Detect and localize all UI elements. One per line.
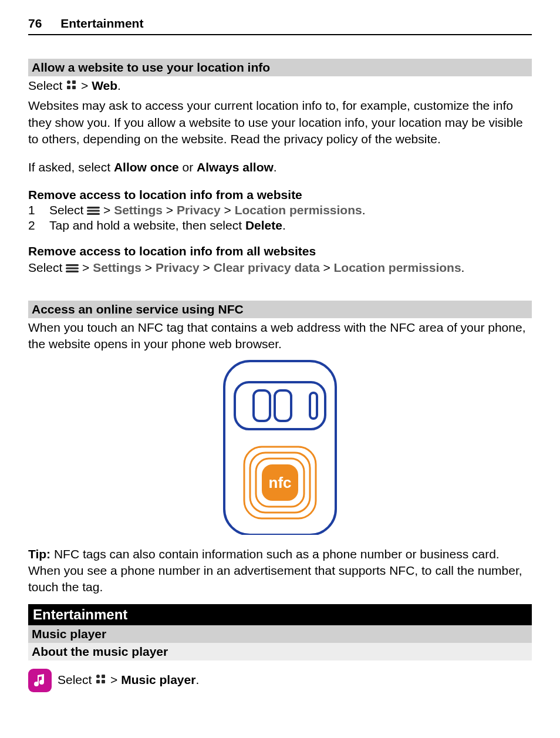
step-text: Tap and hold a website, then select Dele…: [49, 218, 286, 232]
privacy-label: Privacy: [156, 261, 200, 274]
select-web-line: Select > Web.: [28, 77, 532, 95]
text: >: [103, 203, 114, 217]
menu-icon: [87, 204, 100, 218]
section-heading-location: Allow a website to use your location inf…: [28, 59, 532, 76]
paragraph: If asked, select Allow once or Always al…: [28, 159, 532, 176]
text: >: [166, 203, 177, 217]
svg-rect-2: [67, 86, 70, 89]
paragraph: Websites may ask to access your current …: [28, 97, 532, 147]
tip-paragraph: Tip: NFC tags can also contain informati…: [28, 546, 532, 596]
svg-rect-21: [96, 680, 100, 683]
text: .: [362, 203, 366, 217]
list-item: 1 Select > Settings > Privacy > Location…: [28, 203, 532, 218]
always-allow-label: Always allow: [197, 160, 274, 174]
text: or: [179, 160, 197, 174]
text: >: [82, 261, 93, 274]
svg-rect-22: [102, 680, 105, 683]
nfc-badge-text: nfc: [269, 474, 292, 491]
text: .: [274, 160, 277, 174]
svg-rect-13: [275, 390, 291, 421]
select-line: Select > Settings > Privacy > Clear priv…: [28, 260, 532, 277]
menu-icon: [66, 261, 79, 277]
subheading-remove-all: Remove access to location info from all …: [28, 244, 532, 258]
text: NFC tags can also contain information su…: [28, 547, 522, 594]
privacy-label: Privacy: [177, 203, 221, 217]
steps-list: 1 Select > Settings > Privacy > Location…: [28, 203, 532, 232]
location-permissions-label: Location permissions: [334, 261, 461, 274]
step-text: Select > Settings > Privacy > Location p…: [49, 203, 366, 218]
svg-rect-4: [87, 207, 100, 208]
text: Select: [28, 261, 66, 274]
svg-rect-9: [66, 271, 79, 272]
svg-point-19: [96, 675, 100, 678]
svg-rect-7: [66, 264, 79, 266]
apps-icon: [66, 79, 77, 95]
text: .: [461, 261, 465, 274]
paragraph: When you touch an NFC tag that contains …: [28, 319, 532, 353]
location-permissions-label: Location permissions: [235, 203, 362, 217]
page-header: 76 Entertainment: [28, 16, 532, 35]
svg-rect-20: [102, 675, 105, 678]
subheading-remove-one: Remove access to location info from a we…: [28, 188, 532, 202]
svg-point-0: [67, 80, 70, 84]
text: .: [195, 673, 199, 686]
allow-once-label: Allow once: [114, 160, 179, 174]
apps-icon: [95, 673, 107, 688]
svg-rect-14: [310, 393, 317, 419]
text: >: [81, 79, 92, 92]
chapter-heading-entertainment: Entertainment: [28, 604, 532, 625]
text: >: [224, 203, 235, 217]
svg-rect-1: [72, 80, 76, 84]
subsection-heading-about-music: About the music player: [28, 643, 532, 661]
list-item: 2 Tap and hold a website, then select De…: [28, 218, 532, 232]
text: Select: [58, 673, 95, 686]
text: Select: [28, 79, 66, 92]
tip-label: Tip:: [28, 547, 50, 561]
text: >: [145, 261, 156, 274]
header-title: Entertainment: [60, 16, 143, 30]
step-number: 2: [28, 218, 49, 232]
text: .: [282, 218, 286, 232]
page-number: 76: [28, 16, 42, 30]
clear-privacy-data-label: Clear privacy data: [214, 261, 320, 274]
text: >: [110, 673, 121, 686]
text: >: [323, 261, 333, 274]
svg-rect-6: [87, 213, 100, 215]
svg-rect-8: [66, 267, 79, 269]
text: Select: [49, 203, 87, 217]
step-number: 1: [28, 203, 49, 218]
settings-label: Settings: [114, 203, 163, 217]
text: If asked, select: [28, 160, 114, 174]
section-heading-music-player: Music player: [28, 625, 532, 643]
settings-label: Settings: [93, 261, 141, 274]
svg-rect-12: [254, 390, 270, 421]
svg-rect-5: [87, 210, 100, 211]
web-label: Web: [92, 79, 117, 92]
nfc-phone-illustration: nfc: [28, 359, 532, 538]
music-player-label: Music player: [121, 673, 195, 686]
section-heading-nfc: Access an online service using NFC: [28, 301, 532, 318]
select-music-line: Select > Music player.: [58, 673, 199, 688]
svg-rect-3: [72, 86, 76, 89]
music-app-icon: [28, 669, 52, 692]
text: Tap and hold a website, then select: [49, 218, 245, 232]
text: >: [203, 261, 214, 274]
music-select-row: Select > Music player.: [28, 669, 532, 692]
text: .: [117, 79, 121, 92]
delete-label: Delete: [245, 218, 282, 232]
